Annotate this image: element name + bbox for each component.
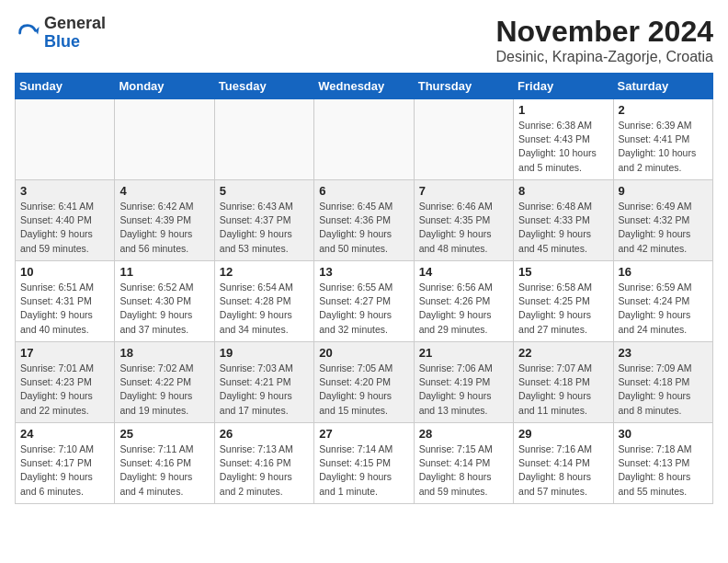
day-number: 5 bbox=[220, 184, 309, 198]
day-number: 18 bbox=[119, 346, 209, 360]
calendar-cell: 4Sunrise: 6:42 AM Sunset: 4:39 PM Daylig… bbox=[115, 180, 214, 261]
day-number: 11 bbox=[119, 265, 209, 279]
day-info: Sunrise: 6:52 AM Sunset: 4:30 PM Dayligh… bbox=[119, 281, 209, 337]
day-info: Sunrise: 6:49 AM Sunset: 4:32 PM Dayligh… bbox=[619, 200, 708, 256]
calendar-cell: 23Sunrise: 7:09 AM Sunset: 4:18 PM Dayli… bbox=[613, 342, 712, 423]
calendar-cell: 5Sunrise: 6:43 AM Sunset: 4:37 PM Daylig… bbox=[214, 180, 313, 261]
day-info: Sunrise: 7:14 AM Sunset: 4:15 PM Dayligh… bbox=[319, 442, 408, 499]
day-number: 30 bbox=[619, 427, 708, 441]
calendar-cell: 12Sunrise: 6:54 AM Sunset: 4:28 PM Dayli… bbox=[214, 261, 313, 342]
calendar-cell: 26Sunrise: 7:13 AM Sunset: 4:16 PM Dayli… bbox=[214, 423, 313, 504]
calendar-cell bbox=[214, 99, 313, 180]
day-info: Sunrise: 6:41 AM Sunset: 4:40 PM Dayligh… bbox=[20, 200, 109, 256]
day-number: 29 bbox=[518, 427, 608, 441]
day-info: Sunrise: 6:56 AM Sunset: 4:26 PM Dayligh… bbox=[419, 281, 508, 337]
logo-blue-text: Blue bbox=[44, 32, 80, 51]
day-number: 13 bbox=[319, 265, 408, 279]
calendar-cell: 14Sunrise: 6:56 AM Sunset: 4:26 PM Dayli… bbox=[414, 261, 513, 342]
day-info: Sunrise: 7:18 AM Sunset: 4:13 PM Dayligh… bbox=[619, 442, 708, 499]
calendar-week-row: 3Sunrise: 6:41 AM Sunset: 4:40 PM Daylig… bbox=[16, 180, 713, 261]
calendar-cell: 11Sunrise: 6:52 AM Sunset: 4:30 PM Dayli… bbox=[115, 261, 214, 342]
day-number: 27 bbox=[319, 427, 408, 441]
calendar-cell: 27Sunrise: 7:14 AM Sunset: 4:15 PM Dayli… bbox=[314, 423, 414, 504]
day-number: 23 bbox=[619, 346, 708, 360]
day-info: Sunrise: 7:06 AM Sunset: 4:19 PM Dayligh… bbox=[419, 362, 508, 418]
calendar-cell: 19Sunrise: 7:03 AM Sunset: 4:21 PM Dayli… bbox=[214, 342, 313, 423]
day-info: Sunrise: 6:51 AM Sunset: 4:31 PM Dayligh… bbox=[20, 281, 109, 337]
day-info: Sunrise: 6:48 AM Sunset: 4:33 PM Dayligh… bbox=[518, 200, 608, 256]
day-number: 28 bbox=[419, 427, 508, 441]
day-number: 8 bbox=[518, 184, 608, 198]
day-number: 19 bbox=[220, 346, 309, 360]
day-info: Sunrise: 7:09 AM Sunset: 4:18 PM Dayligh… bbox=[619, 362, 708, 418]
day-number: 3 bbox=[20, 184, 109, 198]
day-number: 10 bbox=[20, 265, 109, 279]
calendar-cell: 7Sunrise: 6:46 AM Sunset: 4:35 PM Daylig… bbox=[414, 180, 513, 261]
day-number: 12 bbox=[220, 265, 309, 279]
calendar-cell: 3Sunrise: 6:41 AM Sunset: 4:40 PM Daylig… bbox=[16, 180, 115, 261]
day-number: 9 bbox=[619, 184, 708, 198]
calendar-cell: 28Sunrise: 7:15 AM Sunset: 4:14 PM Dayli… bbox=[414, 423, 513, 504]
calendar-cell bbox=[414, 99, 513, 180]
day-number: 17 bbox=[20, 346, 109, 360]
calendar-cell: 10Sunrise: 6:51 AM Sunset: 4:31 PM Dayli… bbox=[16, 261, 115, 342]
calendar-cell: 22Sunrise: 7:07 AM Sunset: 4:18 PM Dayli… bbox=[514, 342, 613, 423]
day-number: 2 bbox=[619, 103, 708, 117]
calendar-cell: 2Sunrise: 6:39 AM Sunset: 4:41 PM Daylig… bbox=[613, 99, 712, 180]
calendar-cell: 1Sunrise: 6:38 AM Sunset: 4:43 PM Daylig… bbox=[514, 99, 613, 180]
day-number: 16 bbox=[619, 265, 708, 279]
day-info: Sunrise: 7:07 AM Sunset: 4:18 PM Dayligh… bbox=[518, 362, 608, 418]
day-info: Sunrise: 6:54 AM Sunset: 4:28 PM Dayligh… bbox=[220, 281, 309, 337]
day-number: 21 bbox=[419, 346, 508, 360]
calendar-cell bbox=[314, 99, 414, 180]
day-info: Sunrise: 7:16 AM Sunset: 4:14 PM Dayligh… bbox=[518, 442, 608, 499]
logo-general-text: General bbox=[44, 14, 106, 32]
calendar-header-thursday: Thursday bbox=[414, 74, 513, 99]
title-block: November 2024 Desinic, Krapina-Zagorje, … bbox=[495, 15, 713, 65]
calendar-week-row: 17Sunrise: 7:01 AM Sunset: 4:23 PM Dayli… bbox=[16, 342, 713, 423]
logo: General Blue bbox=[15, 15, 106, 52]
day-info: Sunrise: 6:43 AM Sunset: 4:37 PM Dayligh… bbox=[220, 200, 309, 256]
calendar-header-friday: Friday bbox=[514, 74, 613, 99]
month-title: November 2024 bbox=[495, 15, 713, 49]
calendar-cell: 9Sunrise: 6:49 AM Sunset: 4:32 PM Daylig… bbox=[613, 180, 712, 261]
day-number: 26 bbox=[220, 427, 309, 441]
day-number: 14 bbox=[419, 265, 508, 279]
page-header: General Blue November 2024 Desinic, Krap… bbox=[15, 15, 713, 65]
day-info: Sunrise: 7:15 AM Sunset: 4:14 PM Dayligh… bbox=[419, 442, 508, 499]
calendar-week-row: 1Sunrise: 6:38 AM Sunset: 4:43 PM Daylig… bbox=[16, 99, 713, 180]
day-number: 4 bbox=[119, 184, 209, 198]
calendar-cell: 16Sunrise: 6:59 AM Sunset: 4:24 PM Dayli… bbox=[613, 261, 712, 342]
day-number: 15 bbox=[518, 265, 608, 279]
day-info: Sunrise: 6:42 AM Sunset: 4:39 PM Dayligh… bbox=[119, 200, 209, 256]
calendar-cell: 6Sunrise: 6:45 AM Sunset: 4:36 PM Daylig… bbox=[314, 180, 414, 261]
calendar-cell: 8Sunrise: 6:48 AM Sunset: 4:33 PM Daylig… bbox=[514, 180, 613, 261]
logo-icon bbox=[15, 20, 40, 46]
calendar-cell: 21Sunrise: 7:06 AM Sunset: 4:19 PM Dayli… bbox=[414, 342, 513, 423]
calendar-header-sunday: Sunday bbox=[16, 74, 115, 99]
day-number: 6 bbox=[319, 184, 408, 198]
day-info: Sunrise: 6:55 AM Sunset: 4:27 PM Dayligh… bbox=[319, 281, 408, 337]
calendar-header-saturday: Saturday bbox=[613, 74, 712, 99]
day-info: Sunrise: 7:01 AM Sunset: 4:23 PM Dayligh… bbox=[20, 362, 109, 418]
calendar-cell: 30Sunrise: 7:18 AM Sunset: 4:13 PM Dayli… bbox=[613, 423, 712, 504]
day-info: Sunrise: 6:39 AM Sunset: 4:41 PM Dayligh… bbox=[619, 119, 708, 175]
calendar-cell: 13Sunrise: 6:55 AM Sunset: 4:27 PM Dayli… bbox=[314, 261, 414, 342]
calendar-header-tuesday: Tuesday bbox=[214, 74, 313, 99]
day-info: Sunrise: 6:45 AM Sunset: 4:36 PM Dayligh… bbox=[319, 200, 408, 256]
day-info: Sunrise: 7:03 AM Sunset: 4:21 PM Dayligh… bbox=[220, 362, 309, 418]
day-info: Sunrise: 6:59 AM Sunset: 4:24 PM Dayligh… bbox=[619, 281, 708, 337]
day-info: Sunrise: 7:10 AM Sunset: 4:17 PM Dayligh… bbox=[20, 442, 109, 499]
calendar-cell: 25Sunrise: 7:11 AM Sunset: 4:16 PM Dayli… bbox=[115, 423, 214, 504]
day-number: 1 bbox=[518, 103, 608, 117]
calendar-cell: 24Sunrise: 7:10 AM Sunset: 4:17 PM Dayli… bbox=[16, 423, 115, 504]
day-info: Sunrise: 6:46 AM Sunset: 4:35 PM Dayligh… bbox=[419, 200, 508, 256]
day-info: Sunrise: 7:02 AM Sunset: 4:22 PM Dayligh… bbox=[119, 362, 209, 418]
day-info: Sunrise: 7:13 AM Sunset: 4:16 PM Dayligh… bbox=[220, 442, 309, 499]
calendar-cell: 18Sunrise: 7:02 AM Sunset: 4:22 PM Dayli… bbox=[115, 342, 214, 423]
calendar-table: SundayMondayTuesdayWednesdayThursdayFrid… bbox=[15, 73, 713, 504]
calendar-header-monday: Monday bbox=[115, 74, 214, 99]
calendar-week-row: 24Sunrise: 7:10 AM Sunset: 4:17 PM Dayli… bbox=[16, 423, 713, 504]
day-number: 22 bbox=[518, 346, 608, 360]
day-info: Sunrise: 6:58 AM Sunset: 4:25 PM Dayligh… bbox=[518, 281, 608, 337]
